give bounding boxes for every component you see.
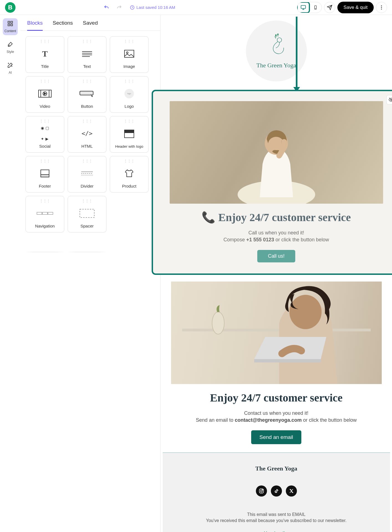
instagram-icon[interactable] [256, 485, 267, 497]
svg-rect-7 [8, 21, 10, 23]
email-section[interactable]: Enjoy 24/7 customer service Contact us w… [163, 282, 390, 444]
selected-section[interactable]: 📞 Enjoy 24/7 customer service Call us wh… [152, 90, 392, 275]
block-text[interactable]: ⋮⋮⋮ Text [68, 36, 106, 73]
block-product[interactable]: ⋮⋮⋮ Product [110, 156, 149, 193]
send-email-button[interactable]: Send an email [251, 430, 301, 444]
svg-point-43 [289, 295, 322, 329]
section-title[interactable]: 📞 Enjoy 24/7 customer service [170, 211, 383, 224]
code-icon: </> [82, 123, 93, 144]
divider-icon [81, 163, 93, 184]
tiktok-icon[interactable] [271, 485, 282, 497]
block-divider[interactable]: ⋮⋮⋮ Divider [68, 156, 106, 193]
visibility-toggle-button[interactable] [386, 95, 392, 104]
x-twitter-icon[interactable] [286, 485, 297, 497]
footer-icon [40, 163, 50, 184]
title-icon: T [42, 43, 48, 64]
email-canvas[interactable]: The Green Yoga [161, 15, 392, 532]
block-spacer[interactable]: ⋮⋮⋮ Spacer [68, 196, 106, 232]
yoga-figure-icon [264, 33, 289, 58]
block-navigation[interactable]: ⋮⋮⋮ Navigation [26, 196, 64, 232]
drag-handle-icon: ⋮⋮⋮ [40, 39, 50, 43]
desktop-preview-button[interactable] [297, 2, 309, 13]
svg-point-3 [315, 8, 315, 9]
button-icon [79, 83, 95, 104]
svg-point-42 [212, 312, 224, 334]
app-logo[interactable]: B [5, 2, 16, 13]
svg-rect-1 [301, 5, 306, 8]
block-label: Title [41, 64, 49, 69]
person-on-phone-illustration [232, 120, 321, 204]
block-header-with-logo[interactable]: ⋮⋮⋮ Header with logo [110, 116, 149, 153]
svg-rect-15 [124, 50, 134, 57]
rail-content[interactable]: Content [3, 18, 18, 35]
more-menu-button[interactable] [376, 2, 387, 13]
person-on-laptop-illustration [171, 282, 382, 384]
tab-sections[interactable]: Sections [53, 20, 73, 31]
text-lines-icon [82, 43, 93, 64]
svg-point-34 [275, 34, 276, 37]
divider-line [26, 252, 64, 252]
block-label: Button [81, 104, 93, 109]
svg-point-6 [381, 9, 382, 9]
block-image[interactable]: ⋮⋮⋮ Image [110, 36, 149, 73]
drag-handle-icon: ⋮⋮⋮ [40, 199, 50, 203]
block-label: Product [122, 184, 136, 188]
mobile-preview-button[interactable] [309, 2, 322, 13]
block-label: Navigation [35, 224, 55, 228]
save-quit-button[interactable]: Save & quit [337, 2, 374, 13]
drag-handle-icon: ⋮⋮⋮ [40, 79, 50, 83]
undo-button[interactable] [101, 2, 111, 12]
phone-emoji-icon: 📞 [202, 211, 215, 224]
image-icon [124, 43, 134, 64]
divider-line [68, 252, 106, 252]
svg-rect-30 [42, 212, 47, 214]
drag-handle-icon: ⋮⋮⋮ [40, 159, 50, 163]
call-us-button[interactable]: Call us! [257, 250, 295, 262]
block-html[interactable]: ⋮⋮⋮ </> HTML [68, 116, 106, 153]
block-label: Divider [81, 184, 94, 188]
svg-point-33 [277, 38, 281, 42]
block-button[interactable]: ⋮⋮⋮ Button [68, 76, 106, 113]
rail-style[interactable]: Style [5, 39, 16, 56]
section-hero-image[interactable] [170, 101, 383, 204]
svg-rect-41 [182, 329, 371, 331]
last-saved-label: Last saved 10:16 AM [130, 5, 175, 10]
footer-brand-name: The Green Yoga [171, 465, 382, 472]
navigation-icon [37, 203, 53, 224]
block-title[interactable]: ⋮⋮⋮ T Title [26, 36, 64, 73]
section-subtitle-1[interactable]: Contact us when you need it! [171, 410, 382, 416]
block-logo[interactable]: ⋮⋮⋮ logo Logo [110, 76, 149, 113]
svg-rect-29 [37, 212, 42, 214]
send-test-button[interactable] [324, 2, 335, 13]
drag-handle-icon: ⋮⋮⋮ [82, 119, 93, 123]
footer-sent-to: This email was sent to EMAIL [171, 512, 382, 517]
drag-handle-icon: ⋮⋮⋮ [82, 79, 93, 83]
block-video[interactable]: ⋮⋮⋮ Video [26, 76, 64, 113]
brand-logo: The Green Yoga [246, 21, 307, 81]
email-footer-section[interactable]: The Green Yoga This email was sent to EM… [163, 452, 390, 532]
block-social[interactable]: ⋮⋮⋮ ◉▢✦▶ Social [26, 116, 64, 153]
tab-saved[interactable]: Saved [83, 20, 98, 31]
brand-header[interactable]: The Green Yoga [163, 15, 390, 90]
block-label: Spacer [80, 224, 94, 228]
block-label: Image [123, 64, 135, 69]
rail-content-label: Content [4, 29, 16, 33]
grid-icon [7, 21, 13, 28]
svg-rect-9 [8, 24, 10, 26]
block-label: Social [39, 144, 51, 149]
video-icon [38, 83, 52, 104]
section-subtitle-2[interactable]: Send an email to contact@thegreenyoga.co… [171, 417, 382, 423]
rail-ai[interactable]: AI [6, 60, 15, 77]
unsubscribe-link[interactable]: Unsubscribe [171, 531, 382, 532]
section-hero-image[interactable] [171, 282, 382, 384]
section-subtitle-1[interactable]: Call us when you need it! [170, 230, 383, 236]
section-title[interactable]: Enjoy 24/7 customer service [171, 391, 382, 404]
svg-rect-32 [80, 209, 94, 218]
redo-button[interactable] [114, 2, 124, 12]
svg-rect-31 [48, 212, 53, 214]
block-footer[interactable]: ⋮⋮⋮ Footer [26, 156, 64, 193]
section-subtitle-2[interactable]: Compose +1 555 0123 or click the button … [170, 237, 383, 243]
tab-blocks[interactable]: Blocks [27, 20, 43, 31]
header-logo-icon [124, 123, 134, 144]
preview-mode-toggle [297, 2, 322, 13]
